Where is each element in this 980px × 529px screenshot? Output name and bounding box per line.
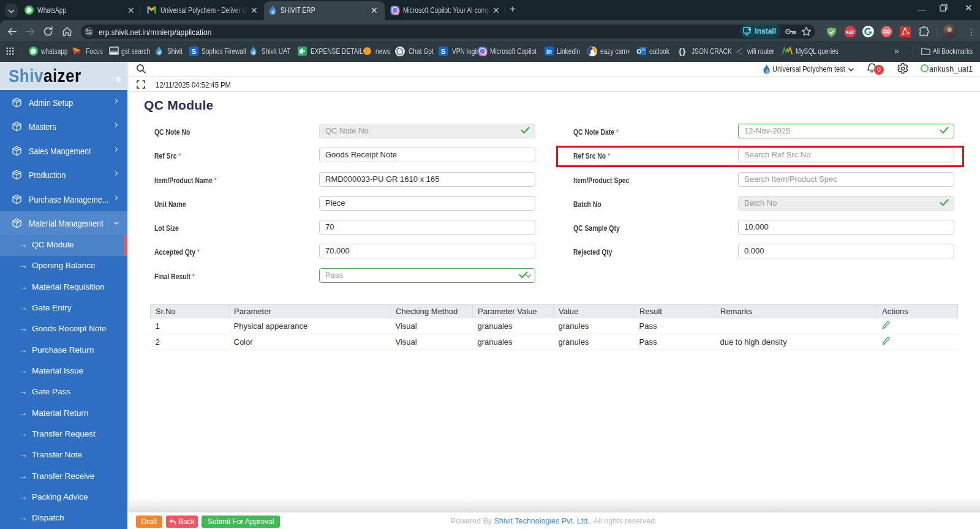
svg-text:ABP: ABP xyxy=(846,30,855,34)
svg-text:in: in xyxy=(546,48,552,55)
svg-text:S: S xyxy=(441,48,445,55)
svg-text:S: S xyxy=(192,48,196,55)
